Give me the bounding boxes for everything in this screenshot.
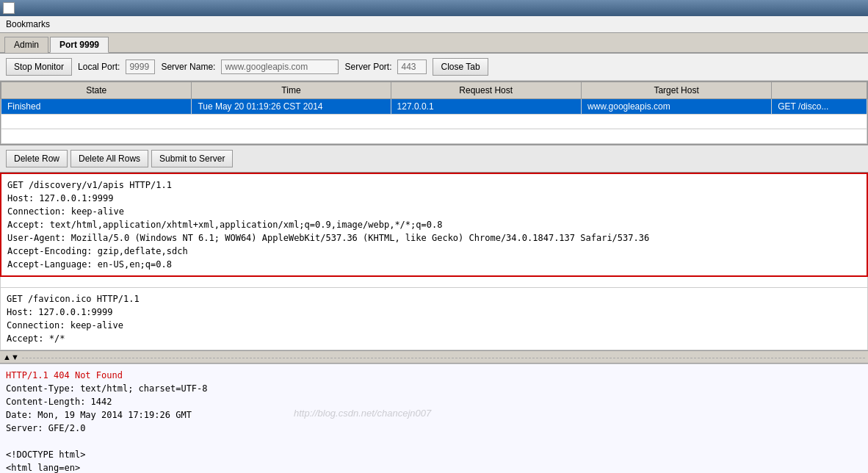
col-time: Time (192, 82, 391, 99)
delete-row-button[interactable]: Delete Row (6, 150, 68, 167)
delete-all-button[interactable]: Delete All Rows (70, 150, 148, 167)
main-content: http://blog.csdn.net/chancejn007 GET /di… (0, 173, 868, 473)
req1-line-1: GET /discovery/v1/apis HTTP/1.1 (7, 178, 861, 192)
separator-arrows: ▲▼ (3, 353, 19, 361)
separator-line (22, 358, 865, 358)
col-target-host: Target Host (581, 82, 771, 99)
col-action (772, 82, 867, 99)
server-name-label: Server Name: (161, 62, 215, 72)
tab-admin[interactable]: Admin (4, 37, 48, 53)
app-icon (3, 2, 15, 14)
resp-line-blank (6, 435, 862, 448)
close-tab-button[interactable]: Close Tab (433, 58, 488, 76)
request-panel-1[interactable]: GET /discovery/v1/apis HTTP/1.1 Host: 12… (0, 173, 868, 277)
cell-action: GET /disco... (772, 99, 867, 115)
cell-state: Finished (1, 99, 192, 115)
req2-line-3: Connection: keep-alive (7, 319, 861, 332)
resp-line-6: <!DOCTYPE html> (6, 448, 862, 461)
req1-line-6: Accept-Encoding: gzip,deflate,sdch (7, 245, 861, 258)
resp-line-1: HTTP/1.1 404 Not Found (6, 369, 862, 382)
resp-line-4: Date: Mon, 19 May 2014 17:19:26 GMT (6, 408, 862, 422)
cell-target-host: www.googleapis.com (581, 99, 771, 115)
req1-line-4: Accept: text/html,application/xhtml+xml,… (7, 218, 861, 231)
server-name-input[interactable] (221, 59, 339, 74)
server-port-input[interactable] (397, 59, 427, 74)
menu-bar: Bookmarks (0, 16, 868, 33)
table-row-empty (1, 115, 867, 129)
bookmarks-menu[interactable]: Bookmarks (6, 19, 50, 29)
cell-time: Tue May 20 01:19:26 CST 2014 (192, 99, 391, 115)
response-panel[interactable]: HTTP/1.1 404 Not Found Content-Type: tex… (0, 364, 868, 473)
request-table: State Time Request Host Target Host Fini… (1, 82, 867, 144)
spacer1 (0, 277, 868, 287)
action-row: Delete Row Delete All Rows Submit to Ser… (0, 145, 868, 173)
req2-line-4: Accept: */* (7, 332, 861, 345)
request-panel-2[interactable]: GET /favicon.ico HTTP/1.1 Host: 127.0.0.… (0, 287, 868, 350)
server-port-label: Server Port: (344, 62, 391, 72)
local-port-input[interactable] (126, 59, 155, 74)
req1-line-5: User-Agent: Mozilla/5.0 (Windows NT 6.1;… (7, 231, 861, 245)
table-row[interactable]: Finished Tue May 20 01:19:26 CST 2014 12… (1, 99, 867, 115)
toolbar: Stop Monitor Local Port: Server Name: Se… (0, 54, 868, 81)
request-table-container: State Time Request Host Target Host Fini… (0, 81, 868, 145)
resp-line-2: Content-Type: text/html; charset=UTF-8 (6, 382, 862, 395)
submit-to-server-button[interactable]: Submit to Server (151, 150, 233, 167)
cell-request-host: 127.0.0.1 (391, 99, 581, 115)
title-bar (0, 0, 868, 16)
tab-strip: Admin Port 9999 (0, 33, 868, 54)
resp-line-5: Server: GFE/2.0 (6, 422, 862, 435)
col-request-host: Request Host (391, 82, 581, 99)
local-port-label: Local Port: (78, 62, 120, 72)
tab-port9999[interactable]: Port 9999 (50, 37, 109, 53)
panel-separator: ▲▼ (0, 350, 868, 364)
req1-line-2: Host: 127.0.0.1:9999 (7, 192, 861, 205)
resp-line-7: <html lang=en> (6, 461, 862, 473)
stop-monitor-button[interactable]: Stop Monitor (6, 58, 72, 76)
resp-line-3: Content-Length: 1442 (6, 395, 862, 408)
req1-line-3: Connection: keep-alive (7, 205, 861, 218)
col-state: State (1, 82, 192, 99)
req2-line-1: GET /favicon.ico HTTP/1.1 (7, 292, 861, 306)
req2-line-2: Host: 127.0.0.1:9999 (7, 306, 861, 319)
req1-line-7: Accept-Language: en-US,en;q=0.8 (7, 258, 861, 271)
table-row-empty2 (1, 129, 867, 144)
